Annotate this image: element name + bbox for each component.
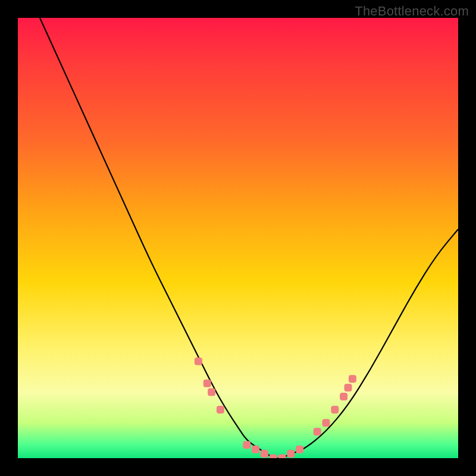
curve-marker xyxy=(345,384,352,392)
curve-marker xyxy=(208,389,215,396)
curve-marker xyxy=(322,419,330,427)
curve-marker xyxy=(278,455,286,459)
curve-marker xyxy=(217,406,224,414)
bottleneck-curve xyxy=(40,18,458,458)
curve-marker xyxy=(195,358,202,365)
watermark-text: TheBottleneck.com xyxy=(355,4,469,19)
marker-group xyxy=(195,358,356,458)
chart-frame: TheBottleneck.com xyxy=(0,0,476,476)
curve-marker xyxy=(243,441,250,449)
curve-marker xyxy=(331,406,339,414)
curve-marker xyxy=(287,450,295,458)
curve-marker xyxy=(349,375,356,383)
plot-area xyxy=(18,18,458,458)
curve-marker xyxy=(340,393,347,400)
curve-marker xyxy=(296,446,303,453)
curve-svg xyxy=(18,18,458,458)
curve-marker xyxy=(261,450,268,458)
curve-marker xyxy=(203,380,211,387)
curve-marker xyxy=(252,446,259,453)
curve-marker xyxy=(314,428,321,436)
curve-marker xyxy=(270,455,277,459)
